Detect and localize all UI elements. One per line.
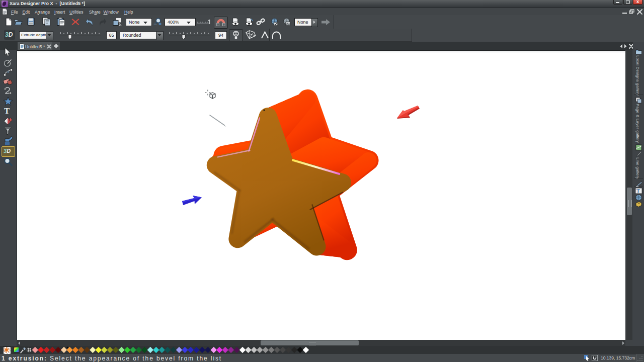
- svg-text:T: T: [636, 188, 640, 194]
